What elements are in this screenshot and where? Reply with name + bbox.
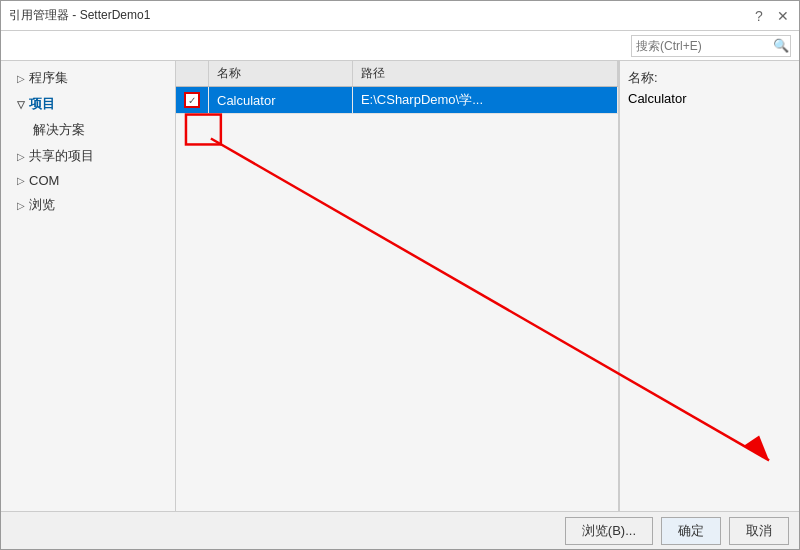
sidebar-item-solution[interactable]: 解决方案 — [1, 117, 175, 143]
arrow-icon: ▷ — [17, 175, 25, 186]
checkbox-icon: ✓ — [184, 92, 200, 108]
search-wrapper: 🔍 — [631, 35, 791, 57]
arrow-icon: ▷ — [17, 200, 25, 211]
reference-table: 名称 路径 ✓ Calculator E:\CSharpDemo\学... — [176, 61, 618, 114]
help-button[interactable]: ? — [751, 8, 767, 24]
sidebar-item-label: 项目 — [29, 95, 55, 113]
sidebar-item-assemblies[interactable]: ▷ 程序集 — [1, 65, 175, 91]
arrow-icon: ▷ — [17, 151, 25, 162]
sidebar-item-label: 解决方案 — [33, 121, 85, 139]
row-name-cell: Calculator — [209, 87, 353, 114]
sidebar-item-com[interactable]: ▷ COM — [1, 169, 175, 192]
sidebar-item-label: COM — [29, 173, 59, 188]
content-area: ▷ 程序集 ▽ 项目 解决方案 ▷ 共享的项目 ▷ COM ▷ 浏览 — [1, 61, 799, 511]
cancel-button[interactable]: 取消 — [729, 517, 789, 545]
bottom-bar: 浏览(B)... 确定 取消 — [1, 511, 799, 549]
sidebar-item-label: 共享的项目 — [29, 147, 94, 165]
title-bar: 引用管理器 - SetterDemo1 ? ✕ — [1, 1, 799, 31]
title-bar-controls: ? ✕ — [751, 8, 791, 24]
sidebar-item-label: 程序集 — [29, 69, 68, 87]
search-input[interactable] — [632, 39, 772, 53]
sidebar-item-shared[interactable]: ▷ 共享的项目 — [1, 143, 175, 169]
properties-panel: 名称: Calculator — [619, 61, 799, 511]
row-checkbox-cell: ✓ — [176, 87, 209, 114]
sidebar-item-label: 浏览 — [29, 196, 55, 214]
close-button[interactable]: ✕ — [775, 8, 791, 24]
arrow-icon: ▽ — [17, 99, 25, 110]
properties-value: Calculator — [628, 91, 791, 106]
properties-label: 名称: — [628, 69, 791, 87]
col-name-header: 名称 — [209, 61, 353, 87]
window-title: 引用管理器 - SetterDemo1 — [9, 7, 150, 24]
col-path-header: 路径 — [352, 61, 617, 87]
browse-button[interactable]: 浏览(B)... — [565, 517, 653, 545]
row-path-cell: E:\CSharpDemo\学... — [352, 87, 617, 114]
main-panel-wrapper: 名称 路径 ✓ Calculator E:\CSharpDemo\学... — [176, 61, 799, 511]
table-area: 名称 路径 ✓ Calculator E:\CSharpDemo\学... — [176, 61, 619, 511]
sidebar-item-browse[interactable]: ▷ 浏览 — [1, 192, 175, 218]
table-row[interactable]: ✓ Calculator E:\CSharpDemo\学... — [176, 87, 618, 114]
confirm-button[interactable]: 确定 — [661, 517, 721, 545]
arrow-icon: ▷ — [17, 73, 25, 84]
main-window: 引用管理器 - SetterDemo1 ? ✕ 🔍 ▷ 程序集 ▽ 项目 解决方… — [0, 0, 800, 550]
sidebar-item-projects[interactable]: ▽ 项目 — [1, 91, 175, 117]
col-checkbox-header — [176, 61, 209, 87]
sidebar: ▷ 程序集 ▽ 项目 解决方案 ▷ 共享的项目 ▷ COM ▷ 浏览 — [1, 61, 176, 511]
search-bar: 🔍 — [1, 31, 799, 61]
search-icon[interactable]: 🔍 — [772, 35, 790, 57]
